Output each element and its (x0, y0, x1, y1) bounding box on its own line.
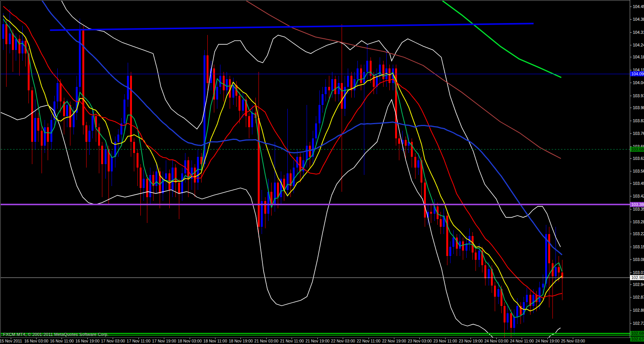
candle-bear (98, 127, 100, 146)
price-tick-label: 103.495 (633, 181, 644, 186)
price-chart-plot[interactable]: 104.455104.385104.315104.245104.180104.1… (0, 0, 644, 344)
price-tick-label: 104.385 (633, 17, 644, 22)
candle-bear (37, 118, 39, 131)
time-tick-label: 23 Nov 03:00 (408, 339, 432, 343)
candle-bear (130, 76, 132, 142)
candle-bull (347, 76, 349, 87)
price-tick-label: 103.150 (633, 244, 644, 249)
candle-bear (548, 234, 550, 264)
time-tick-label: 24 Nov 19:00 (536, 339, 560, 343)
candle-bear (341, 83, 343, 109)
time-tick-label: 15 Nov 2011 (0, 339, 22, 343)
hline-green-102680-label: 102.680 (631, 331, 644, 336)
candle-bull (219, 76, 221, 87)
candle-bear (60, 83, 62, 101)
candle-bear (101, 146, 103, 164)
candle-bull (507, 313, 509, 322)
candle-bull (123, 100, 125, 123)
candle-bull (105, 149, 107, 164)
price-tick-label: 103.355 (633, 207, 644, 211)
price-tick-label: 104.455 (633, 4, 644, 9)
candle-bull (539, 287, 541, 302)
candle-bear (140, 168, 142, 188)
candle-bull (226, 79, 228, 90)
candle-bull (242, 100, 244, 111)
candle-bear (494, 286, 496, 297)
candle-bull (44, 127, 46, 146)
candle-bull (325, 87, 327, 94)
candle-bear (360, 68, 362, 83)
time-tick-label: 16 Nov 11:00 (50, 339, 74, 343)
chart-background (0, 0, 644, 344)
candle-bear (277, 183, 279, 197)
price-tick-label: 104.180 (633, 55, 644, 59)
time-tick-label: 21 Nov 19:00 (305, 339, 330, 343)
hline-green-102670-label: 102.670 (631, 337, 644, 341)
candle-bear (194, 168, 196, 182)
candle-bear (133, 142, 135, 153)
candle-bear (475, 253, 477, 260)
candle-bull (542, 284, 544, 287)
time-tick-label: 22 Nov 11:00 (357, 339, 380, 343)
candle-bear (239, 96, 240, 110)
candle-bear (424, 183, 426, 218)
candle-bull (315, 123, 317, 138)
price-tick-label: 103.765 (633, 131, 644, 136)
candle-bull (22, 41, 23, 54)
candle-bear (299, 157, 301, 171)
price-tick-label: 104.040 (633, 80, 644, 85)
price-tick-label: 104.315 (633, 30, 644, 35)
candle-bear (82, 30, 84, 125)
candle-bull (449, 247, 451, 256)
candle-bear (462, 241, 464, 251)
candle-bull (513, 317, 515, 328)
time-tick-label: 18 Nov 19:00 (229, 339, 253, 343)
candle-bear (187, 160, 189, 179)
candle-bull (9, 33, 11, 45)
copyright-watermark: FXCM MT4, © 2001-2011 MetaQuotes Softwar… (3, 332, 108, 337)
price-tick-label: 103.220 (633, 231, 644, 236)
candle-bull (516, 306, 518, 317)
candle-bull (79, 30, 81, 86)
price-tick-label: 103.630 (633, 156, 644, 161)
bid-price-line-label: 102.983 (631, 275, 644, 280)
candle-bear (175, 168, 177, 182)
candle-bull (532, 295, 534, 306)
candle-bear (456, 238, 458, 249)
hline-blue-104090-label: 104.090 (631, 71, 644, 76)
time-tick-label: 18 Nov 03:00 (178, 339, 202, 343)
candle-bear (510, 313, 512, 328)
candle-bull (111, 157, 113, 171)
candle-bull (34, 118, 36, 142)
candle-bull (526, 295, 528, 302)
time-tick-label: 23 Nov 11:00 (433, 339, 457, 343)
time-tick-label: 23 Nov 19:00 (459, 339, 483, 343)
candle-bull (2, 24, 4, 39)
time-tick-label: 18 Nov 11:00 (204, 339, 227, 343)
candle-bear (18, 39, 20, 53)
candle-bull (15, 39, 17, 50)
candle-bull (149, 175, 151, 197)
candle-bear (31, 90, 33, 142)
price-tick-label: 102.945 (633, 282, 644, 287)
time-tick-label: 21 Nov 11:00 (280, 339, 304, 343)
time-axis[interactable]: 15 Nov 201116 Nov 03:0016 Nov 11:0016 No… (0, 338, 585, 343)
candle-bear (5, 24, 7, 45)
candle-bull (417, 160, 419, 168)
price-tick-label: 103.010 (633, 270, 644, 275)
time-tick-label: 16 Nov 19:00 (75, 339, 100, 343)
candle-bull (66, 105, 68, 116)
hline-green-dashed-103680-label: 103.680 (631, 147, 644, 151)
candle-bear (41, 131, 43, 145)
time-tick-label: 17 Nov 03:00 (101, 339, 125, 343)
candle-bear (137, 153, 138, 168)
candle-bull (331, 79, 333, 90)
candle-bear (328, 87, 330, 91)
candle-bear (414, 157, 416, 168)
candle-bear (350, 76, 352, 90)
candle-bull (338, 83, 340, 94)
candle-bear (248, 116, 250, 127)
price-tick-label: 103.560 (633, 169, 644, 173)
candle-bear (223, 76, 225, 90)
candle-bear (146, 179, 148, 197)
